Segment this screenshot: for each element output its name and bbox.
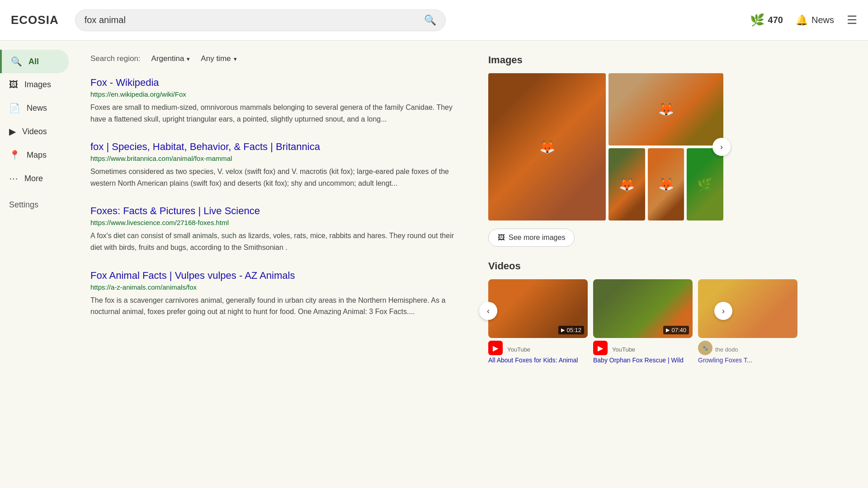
video-title-1[interactable]: All About Foxes for Kids: Animal: [488, 356, 588, 365]
fox-image-1[interactable]: 🦊: [488, 73, 606, 221]
search-result-3: Foxes: Facts & Pictures | Live Science h…: [90, 205, 461, 253]
fox-img-placeholder-3: 🦊: [609, 148, 645, 221]
news-label: News: [811, 15, 834, 25]
result-desc-4: The fox is a scavenger carnivores animal…: [90, 295, 461, 318]
result-url-2: https://www.britannica.com/animal/fox-ma…: [90, 155, 461, 162]
video-source-1: YouTube: [507, 346, 530, 353]
images-grid: 🦊 🦊 🦊 🦊 🌿 ›: [488, 73, 723, 221]
images-next-button[interactable]: ›: [712, 138, 731, 156]
videos-row: ‹ ▶ 05:12 ▶ YouTube All About Foxes for …: [488, 279, 723, 365]
see-more-images-button[interactable]: 🖼 See more images: [488, 229, 575, 247]
layout: 🔍 All 🖼 Images 📄 News ▶ Videos 📍 Maps ⋯ …: [0, 41, 868, 488]
main-results: Search region: Argentina ▾ Any time ▾ Fo…: [72, 41, 479, 488]
search-icon: 🔍: [11, 56, 22, 67]
logo: ECOSIA: [11, 13, 59, 27]
time-dropdown[interactable]: Any time ▾: [201, 54, 236, 63]
sidebar-item-label: All: [28, 57, 39, 66]
region-dropdown-arrow: ▾: [187, 56, 190, 62]
tree-count: 470: [768, 15, 783, 25]
video-card-2: ▶ 07:40 ▶ YouTube Baby Orphan Fox Rescue…: [593, 279, 693, 365]
images-bottom-row: 🦊 🦊 🌿: [609, 148, 723, 221]
result-desc-2: Sometimes considered as two species, V. …: [90, 166, 461, 189]
tree-icon: 🌿: [750, 13, 764, 27]
fox-image-5[interactable]: 🌿: [687, 148, 723, 221]
settings-link[interactable]: Settings: [0, 194, 72, 216]
menu-icon[interactable]: ☰: [847, 13, 857, 27]
sidebar-item-all[interactable]: 🔍 All: [0, 50, 69, 73]
video-source-row-1: ▶ YouTube: [488, 341, 588, 355]
video-source-row-2: ▶ YouTube: [593, 341, 693, 355]
region-label: Search region:: [90, 54, 141, 63]
play-icon-2: ▶: [666, 327, 670, 333]
result-title-1[interactable]: Fox - Wikipedia: [90, 77, 159, 88]
videos-icon: ▶: [9, 126, 16, 137]
video-card-3: 🐾 the dodo Growling Foxes T...: [698, 279, 797, 365]
video-title-3[interactable]: Growling Foxes T...: [698, 356, 797, 365]
fox-img-placeholder-5: 🌿: [687, 148, 723, 221]
videos-next-button[interactable]: ›: [714, 302, 732, 320]
search-result-4: Fox Animal Facts | Vulpes vulpes - AZ An…: [90, 270, 461, 318]
search-bar: 🔍: [75, 9, 446, 31]
news-icon: 📄: [9, 103, 20, 113]
sidebar-item-maps[interactable]: 📍 Maps: [0, 143, 69, 167]
video-source-2: YouTube: [612, 346, 635, 353]
video-title-2[interactable]: Baby Orphan Fox Rescue | Wild: [593, 356, 693, 365]
tree-counter: 🌿 470: [750, 13, 783, 27]
play-icon-1: ▶: [561, 327, 565, 333]
sidebar-item-label: Maps: [27, 150, 47, 160]
sidebar-item-label: News: [27, 103, 47, 113]
more-icon: ⋯: [9, 173, 18, 184]
time-value: Any time: [201, 54, 231, 63]
sidebar-item-news[interactable]: 📄 News: [0, 96, 69, 120]
dodo-logo: 🐾: [698, 341, 712, 355]
images-icon: 🖼: [9, 80, 18, 90]
region-value: Argentina: [151, 54, 184, 63]
result-url-1: https://en.wikipedia.org/wiki/Fox: [90, 90, 461, 98]
news-button[interactable]: 🔔 News: [796, 14, 834, 26]
duration-value-1: 05:12: [566, 327, 581, 333]
youtube-logo-2: ▶: [593, 341, 608, 355]
video-card-1: ▶ 05:12 ▶ YouTube All About Foxes for Ki…: [488, 279, 588, 365]
youtube-logo-1: ▶: [488, 341, 503, 355]
fox-image-3[interactable]: 🦊: [609, 148, 645, 221]
result-title-3[interactable]: Foxes: Facts & Pictures | Live Science: [90, 205, 260, 216]
right-panel: Images 🦊 🦊 🦊 🦊 🌿: [479, 41, 732, 488]
search-icon[interactable]: 🔍: [424, 14, 436, 26]
sidebar-item-label: Images: [24, 80, 51, 89]
search-result-1: Fox - Wikipedia https://en.wikipedia.org…: [90, 77, 461, 125]
fox-img-placeholder-1: 🦊: [488, 73, 606, 221]
region-dropdown[interactable]: Argentina ▾: [151, 54, 190, 63]
sidebar-item-videos[interactable]: ▶ Videos: [0, 120, 69, 143]
result-url-4: https://a-z-animals.com/animals/fox: [90, 283, 461, 291]
sidebar-item-label: More: [24, 174, 43, 183]
maps-icon: 📍: [9, 150, 20, 160]
result-desc-1: Foxes are small to medium-sized, omnivor…: [90, 102, 461, 125]
fox-image-2[interactable]: 🦊: [609, 73, 723, 145]
duration-value-2: 07:40: [671, 327, 686, 333]
header: ECOSIA 🔍 🌿 470 🔔 News ☰: [0, 0, 868, 41]
see-more-label: See more images: [509, 234, 565, 242]
result-desc-3: A fox's diet can consist of small animal…: [90, 230, 461, 253]
sidebar-item-images[interactable]: 🖼 Images: [0, 73, 69, 96]
video-source-row-3: 🐾 the dodo: [698, 341, 797, 355]
fox-img-placeholder-2: 🦊: [609, 73, 723, 145]
sidebar-item-label: Videos: [22, 127, 47, 136]
result-title-2[interactable]: fox | Species, Habitat, Behavior, & Fact…: [90, 141, 320, 152]
filter-bar: Search region: Argentina ▾ Any time ▾: [90, 54, 461, 63]
bell-icon: 🔔: [796, 14, 808, 26]
fox-image-4[interactable]: 🦊: [648, 148, 684, 221]
result-url-3: https://www.livescience.com/27168-foxes.…: [90, 219, 461, 226]
sidebar-item-more[interactable]: ⋯ More: [0, 167, 69, 190]
fox-img-placeholder-4: 🦊: [648, 148, 684, 221]
search-input[interactable]: [85, 15, 419, 25]
video-thumb-3[interactable]: [698, 279, 797, 338]
video-thumb-2[interactable]: ▶ 07:40: [593, 279, 693, 338]
video-thumb-1[interactable]: ▶ 05:12: [488, 279, 588, 338]
result-title-4[interactable]: Fox Animal Facts | Vulpes vulpes - AZ An…: [90, 270, 295, 281]
videos-prev-button[interactable]: ‹: [479, 302, 497, 320]
video-source-3: the dodo: [715, 346, 738, 353]
time-dropdown-arrow: ▾: [234, 56, 237, 62]
videos-section-title: Videos: [488, 260, 723, 272]
header-right: 🌿 470 🔔 News ☰: [750, 13, 857, 27]
sidebar: 🔍 All 🖼 Images 📄 News ▶ Videos 📍 Maps ⋯ …: [0, 41, 72, 488]
